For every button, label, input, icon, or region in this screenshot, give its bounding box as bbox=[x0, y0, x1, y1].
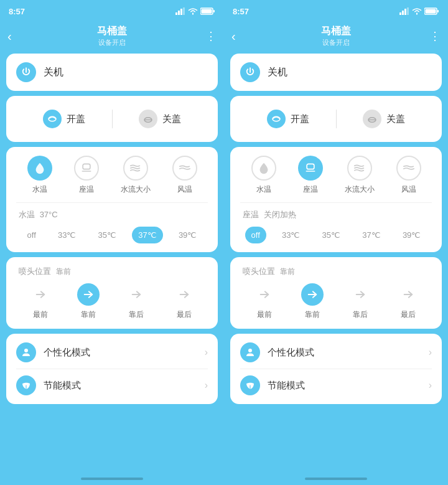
water-temp-label: 水温 bbox=[32, 184, 47, 195]
nozzle-pos-3-icon-right bbox=[349, 283, 371, 306]
seat-temp-label: 座温 bbox=[79, 184, 94, 195]
close-lid-button-right[interactable]: 关盖 bbox=[337, 105, 432, 133]
status-time: 8:57 bbox=[9, 7, 25, 16]
nozzle-pos-3-label: 靠后 bbox=[129, 309, 144, 320]
leaf-icon-right bbox=[245, 380, 256, 391]
svg-rect-20 bbox=[307, 164, 314, 169]
water-flow-label-right: 水流大小 bbox=[345, 184, 375, 195]
temp-option-39-right[interactable]: 39℃ bbox=[396, 227, 427, 243]
battery-icon bbox=[200, 7, 215, 15]
nozzle-pos-1-right[interactable]: 最前 bbox=[253, 283, 276, 320]
open-lid-label: 开盖 bbox=[67, 113, 85, 125]
water-temp-icon bbox=[27, 156, 52, 181]
nozzle-pos-4[interactable]: 最后 bbox=[173, 283, 195, 320]
seat-temp-item[interactable]: 座温 bbox=[74, 156, 99, 195]
personalize-menu-item[interactable]: 个性化模式 › bbox=[16, 342, 208, 362]
water-flow-icon bbox=[123, 156, 148, 181]
energy-icon-right bbox=[240, 375, 260, 395]
close-lid-icon bbox=[139, 110, 157, 128]
power-button[interactable] bbox=[16, 62, 36, 82]
lid-card: 开盖 关盖 bbox=[6, 96, 218, 142]
more-button[interactable]: ⋮ bbox=[205, 29, 217, 43]
nozzle-pos-2-label-right: 靠前 bbox=[305, 309, 320, 320]
power-label-right: 关机 bbox=[268, 66, 287, 79]
nozzle-pos-4-right[interactable]: 最后 bbox=[397, 283, 419, 320]
svg-point-21 bbox=[248, 349, 252, 352]
power-button-right[interactable] bbox=[240, 62, 260, 82]
energy-menu-item[interactable]: 节能模式 › bbox=[16, 375, 208, 395]
temp-option-off[interactable]: off bbox=[21, 227, 42, 243]
temp-title-label: 水温 bbox=[19, 210, 35, 219]
nozzle-title: 喷头位置 靠前 bbox=[16, 266, 208, 277]
nav-title-main: 马桶盖 bbox=[97, 25, 127, 38]
wind-temp-item[interactable]: 风温 bbox=[172, 156, 197, 195]
temp-option-37[interactable]: 37℃ bbox=[132, 227, 162, 243]
temp-option-33-right[interactable]: 33℃ bbox=[276, 227, 306, 243]
nav-bar: ‹ 马桶盖 设备开启 ⋮ bbox=[0, 22, 224, 50]
nozzle-arrow-icon-r3 bbox=[353, 288, 367, 301]
personalize-label: 个性化模式 bbox=[44, 347, 197, 359]
wind-temp-item-right[interactable]: 风温 bbox=[396, 156, 421, 195]
close-icon-right bbox=[366, 113, 378, 125]
energy-arrow: › bbox=[205, 380, 208, 391]
temp-options: off 33℃ 35℃ 37℃ 39℃ bbox=[16, 227, 208, 243]
water-flow-item[interactable]: 水流大小 bbox=[121, 156, 151, 195]
open-lid-button[interactable]: 开盖 bbox=[16, 105, 112, 133]
power-card-right: 关机 bbox=[230, 54, 442, 91]
personalize-menu-item-right[interactable]: 个性化模式 › bbox=[240, 342, 432, 362]
close-lid-button[interactable]: 关盖 bbox=[113, 105, 208, 133]
back-button-right[interactable]: ‹ bbox=[231, 29, 236, 44]
water-flow-item-right[interactable]: 水流大小 bbox=[345, 156, 375, 195]
flow-icon-right bbox=[353, 161, 366, 175]
signal-icon-right bbox=[399, 7, 409, 15]
energy-menu-item-right[interactable]: 节能模式 › bbox=[240, 375, 432, 395]
temp-options-right: off 33℃ 35℃ 37℃ 39℃ bbox=[240, 227, 432, 243]
svg-rect-6 bbox=[202, 9, 212, 14]
temp-title-value: 37°C bbox=[40, 210, 58, 219]
water-temp-item[interactable]: 水温 bbox=[27, 156, 52, 195]
signal-icon bbox=[175, 7, 185, 15]
back-button[interactable]: ‹ bbox=[7, 29, 12, 44]
temp-option-37-right[interactable]: 37℃ bbox=[356, 227, 386, 243]
energy-label: 节能模式 bbox=[44, 380, 197, 392]
temp-option-35-right[interactable]: 35℃ bbox=[316, 227, 347, 243]
menu-divider bbox=[16, 369, 208, 369]
open-icon-right bbox=[271, 113, 282, 125]
open-lid-icon-right bbox=[267, 110, 286, 128]
more-button-right[interactable]: ⋮ bbox=[429, 29, 441, 43]
temp-title-right: 座温 关闭加热 bbox=[240, 209, 432, 220]
nozzle-pos-2[interactable]: 靠前 bbox=[77, 283, 100, 320]
nav-title-right: 马桶盖 设备开启 bbox=[321, 25, 351, 47]
nozzle-pos-1[interactable]: 最前 bbox=[29, 283, 52, 320]
svg-rect-5 bbox=[213, 10, 215, 12]
wind-temp-label: 风温 bbox=[177, 184, 192, 195]
personalize-arrow: › bbox=[205, 347, 208, 358]
open-lid-button-right[interactable]: 开盖 bbox=[240, 105, 336, 133]
temp-option-39[interactable]: 39℃ bbox=[172, 227, 203, 243]
nav-title-main-right: 马桶盖 bbox=[321, 25, 351, 38]
nozzle-title-label-right: 喷头位置 bbox=[243, 266, 275, 276]
status-bar-right: 8:57 bbox=[224, 0, 448, 22]
temp-option-35[interactable]: 35℃ bbox=[92, 227, 123, 243]
personalize-arrow-right: › bbox=[429, 347, 432, 358]
nozzle-pos-4-icon-right bbox=[397, 283, 419, 306]
water-icon-right bbox=[257, 161, 271, 175]
content-area-right: 关机 开盖 关盖 bbox=[224, 50, 448, 473]
water-temp-icon-right bbox=[251, 156, 276, 181]
temp-option-33[interactable]: 33℃ bbox=[52, 227, 82, 243]
power-icon-right bbox=[245, 67, 256, 78]
open-icon bbox=[47, 113, 58, 125]
nozzle-pos-1-label-right: 最前 bbox=[257, 309, 272, 320]
function-icons-row-right: 水温 座温 bbox=[240, 156, 432, 195]
nozzle-title-value: 靠前 bbox=[56, 267, 71, 276]
svg-rect-12 bbox=[402, 11, 404, 15]
seat-temp-item-right[interactable]: 座温 bbox=[298, 156, 323, 195]
nozzle-pos-4-label: 最后 bbox=[177, 309, 192, 320]
nozzle-pos-2-right[interactable]: 靠前 bbox=[301, 283, 324, 320]
flow-icon bbox=[129, 161, 142, 175]
temp-option-off-right[interactable]: off bbox=[245, 227, 266, 243]
energy-label-right: 节能模式 bbox=[268, 380, 421, 392]
water-temp-item-right[interactable]: 水温 bbox=[251, 156, 276, 195]
nozzle-pos-3[interactable]: 靠后 bbox=[125, 283, 147, 320]
nozzle-pos-3-right[interactable]: 靠后 bbox=[349, 283, 371, 320]
